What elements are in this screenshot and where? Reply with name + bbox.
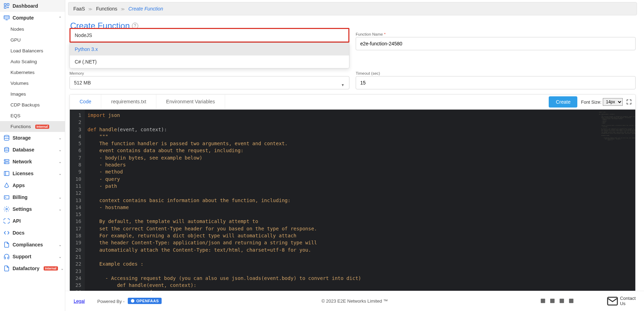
create-button[interactable]: Create [549, 96, 577, 108]
svg-rect-12 [4, 171, 9, 176]
internal-badge: Internal [35, 125, 50, 129]
breadcrumb-functions[interactable]: Functions [96, 6, 117, 12]
support-label: Support [13, 254, 31, 259]
tab-env-vars[interactable]: Environment Variables [156, 95, 225, 109]
sidebar-item-settings[interactable]: Settings ⌄ [0, 203, 65, 215]
runtime-option-csharp[interactable]: C# (.NET) [70, 55, 349, 68]
compute-icon [3, 15, 10, 21]
main-content: FaaS ≫ Functions ≫ Create Function Creat… [65, 0, 644, 311]
database-label: Database [13, 147, 34, 153]
sidebar-item-compliances[interactable]: Compliances ⌄ [0, 239, 65, 251]
footer-legal-link[interactable]: Legal [74, 298, 85, 304]
sidebar-item-docs[interactable]: Docs [0, 227, 65, 239]
svg-point-7 [5, 147, 9, 149]
sidebar-item-eqs[interactable]: EQS [0, 110, 65, 121]
chevron-up-icon: ⌃ [59, 16, 61, 20]
sidebar-item-functions[interactable]: FunctionsInternal [0, 121, 65, 132]
code-gutter: 1234567891011121314151617181920212223242… [70, 110, 85, 291]
memory-select[interactable]: 512 MB [69, 76, 349, 89]
chevron-down-icon: ⌄ [59, 160, 61, 164]
sidebar-item-kubernetes[interactable]: Kubernetes [0, 67, 65, 78]
social-icons [540, 298, 574, 304]
compliances-label: Compliances [13, 242, 43, 247]
sidebar-item-licenses[interactable]: Licenses ⌄ [0, 168, 65, 179]
code-body[interactable]: import json def handle(event, context): … [85, 110, 597, 291]
storage-label: Storage [13, 135, 31, 141]
svg-point-15 [6, 208, 8, 210]
runtime-options-list: Python 3.x C# (.NET) [69, 43, 349, 68]
font-size-select[interactable]: 14px [603, 98, 623, 106]
docs-label: Docs [13, 230, 24, 236]
sidebar-item-billing[interactable]: Billing ⌄ [0, 191, 65, 203]
timeout-input[interactable] [356, 76, 636, 89]
settings-icon [3, 206, 10, 212]
chevron-down-icon: ⌄ [59, 148, 61, 152]
sidebar-item-storage[interactable]: Storage ⌄ [0, 132, 65, 144]
support-icon [3, 253, 10, 260]
footer-copyright: © 2023 E2E Networks Limited ™ [321, 298, 388, 304]
facebook-icon[interactable] [550, 298, 555, 304]
sidebar-item-load-balancers[interactable]: Load Balancers [0, 45, 65, 56]
runtime-option-python[interactable]: Python 3.x [70, 43, 349, 55]
twitter-icon[interactable] [559, 298, 564, 304]
docs-icon [3, 230, 10, 236]
function-name-input[interactable] [356, 37, 636, 50]
sidebar-item-images[interactable]: Images [0, 89, 65, 99]
openfaas-badge[interactable]: OPENFAAS [128, 298, 162, 304]
datafactory-label: Datafactory [13, 266, 39, 271]
code-panel: Code requirements.txt Environment Variab… [69, 94, 636, 291]
svg-rect-1 [7, 3, 9, 5]
compute-label: Compute [13, 15, 34, 21]
breadcrumb-sep: ≫ [88, 7, 92, 11]
chevron-down-icon: ⌄ [59, 136, 61, 140]
contact-us-link[interactable]: Contact Us [607, 295, 636, 307]
sidebar-item-auto-scaling[interactable]: Auto Scaling [0, 56, 65, 67]
sidebar-item-network[interactable]: Network ⌄ [0, 156, 65, 168]
sidebar-item-nodes[interactable]: Nodes [0, 24, 65, 35]
footer: Legal Powered By - OPENFAAS © 2023 E2E N… [65, 291, 644, 311]
sidebar-item-apps[interactable]: Apps [0, 179, 65, 191]
api-icon [3, 218, 10, 224]
chevron-down-icon: ⌄ [59, 207, 61, 211]
sidebar-item-volumes[interactable]: Volumes [0, 78, 65, 89]
database-icon [3, 147, 10, 153]
sidebar-item-datafactory[interactable]: Datafactory Internal ⌄ [0, 262, 65, 274]
footer-powered-by: Powered By - OPENFAAS [97, 298, 162, 304]
sidebar-item-gpu[interactable]: GPU [0, 35, 65, 45]
rss-icon[interactable] [569, 298, 574, 304]
code-editor[interactable]: 1234567891011121314151617181920212223242… [70, 110, 635, 291]
memory-label: Memory [69, 71, 349, 75]
chevron-down-icon: ⌄ [61, 267, 64, 271]
svg-rect-2 [4, 7, 6, 8]
fullscreen-icon[interactable] [626, 99, 632, 105]
breadcrumb-current: Create Function [128, 6, 163, 12]
breadcrumb-faas[interactable]: FaaS [73, 6, 85, 12]
network-icon [3, 158, 10, 165]
tabs-bar: Code requirements.txt Environment Variab… [70, 95, 635, 110]
breadcrumb: FaaS ≫ Functions ≫ Create Function [68, 2, 637, 15]
tab-requirements[interactable]: requirements.txt [101, 95, 156, 109]
sidebar-item-dashboard[interactable]: Dashboard [0, 0, 65, 12]
runtime-selected-value[interactable]: NodeJS [69, 28, 349, 43]
code-minimap[interactable]: import json def handle(event, context): … [597, 110, 635, 291]
settings-label: Settings [13, 206, 32, 212]
svg-rect-19 [560, 299, 564, 303]
linkedin-icon[interactable] [540, 298, 546, 304]
datafactory-icon [3, 265, 10, 272]
dashboard-label: Dashboard [13, 3, 38, 9]
svg-rect-17 [541, 299, 545, 303]
sidebar-item-api[interactable]: API [0, 215, 65, 227]
sidebar-item-database[interactable]: Database ⌄ [0, 144, 65, 156]
dashboard-icon [3, 3, 10, 9]
sidebar-item-cdp-backups[interactable]: CDP Backups [0, 99, 65, 110]
sidebar-item-compute[interactable]: Compute ⌃ [0, 12, 65, 24]
svg-point-10 [5, 160, 6, 161]
chevron-down-icon: ⌄ [59, 195, 61, 199]
sidebar-item-support[interactable]: Support ⌄ [0, 251, 65, 262]
svg-point-6 [4, 135, 9, 137]
svg-point-16 [131, 299, 134, 303]
chevron-down-icon: ⌄ [59, 243, 61, 247]
api-label: API [13, 218, 21, 224]
svg-rect-20 [569, 299, 573, 303]
tab-code[interactable]: Code [70, 95, 101, 109]
